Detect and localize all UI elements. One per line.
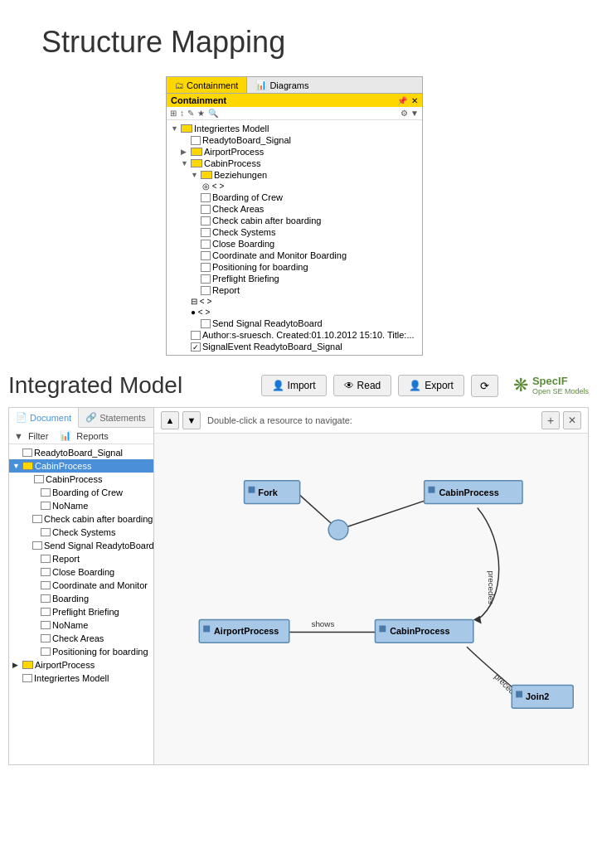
- reports-label[interactable]: Reports: [76, 431, 109, 441]
- tree-item-preflight[interactable]: Preflight Briefing: [169, 273, 420, 284]
- tree-item-send-signal[interactable]: Send Signal ReadytoBoard: [169, 318, 420, 329]
- toolbar-gear-icon[interactable]: ⚙ ▼: [400, 109, 419, 118]
- folder-icon: [191, 159, 202, 167]
- ltree-item-noname2[interactable]: NoName: [9, 618, 153, 632]
- add-resource-button[interactable]: +: [541, 411, 560, 429]
- tree-item-beziehungen[interactable]: ▼ Beziehungen: [169, 169, 420, 181]
- tab-document[interactable]: 📄 Document: [9, 408, 79, 428]
- tree-item-close-boarding[interactable]: Close Boarding: [169, 238, 420, 250]
- tree-item-check-systems[interactable]: Check Systems: [169, 226, 420, 238]
- tree-item-special1[interactable]: ◎ < >: [169, 181, 420, 192]
- integrated-model-title: Integrated Model: [8, 372, 182, 399]
- diagrams-tab[interactable]: 📊 Diagrams: [247, 77, 317, 93]
- ltree-item-report[interactable]: Report: [9, 552, 153, 565]
- tree-item-readytoboard[interactable]: ReadytoBoard_Signal: [169, 134, 420, 146]
- containment-tab[interactable]: 🗂 Containment: [167, 77, 247, 93]
- left-tree: ReadytoBoard_Signal ▼ CabinProcess Cabin…: [9, 444, 153, 686]
- tree-item-special3[interactable]: ● < >: [169, 307, 420, 318]
- ltree-label: NoName: [52, 501, 88, 511]
- filter-icon: ▼: [14, 431, 23, 441]
- ltree-item-boarding-crew[interactable]: Boarding of Crew: [9, 486, 153, 499]
- ltree-doc-icon: [22, 449, 32, 457]
- panel-close-btn[interactable]: ✕: [411, 96, 418, 105]
- toolbar-star-icon[interactable]: ★: [197, 109, 205, 118]
- tree-item-special2[interactable]: ⊟ < >: [169, 296, 420, 307]
- ltree-item-cabinprocess[interactable]: ▼ CabinProcess: [9, 459, 153, 473]
- ltree-item-airportprocess[interactable]: ▶ AirportProcess: [9, 658, 153, 672]
- doc-icon: [191, 331, 201, 340]
- ltree-item-close-boarding[interactable]: Close Boarding: [9, 565, 153, 579]
- statements-tab-icon: 🔗: [85, 412, 97, 423]
- tree-item-check-cabin[interactable]: Check cabin after boarding: [169, 215, 420, 226]
- filter-label[interactable]: Filter: [28, 431, 48, 441]
- document-tab-icon: 📄: [16, 412, 27, 423]
- svg-text:shows: shows: [311, 619, 334, 628]
- ltree-expand-selected: ▼: [12, 462, 21, 470]
- tree-item-check-areas[interactable]: Check Areas: [169, 203, 420, 215]
- expand-icon: ▼: [191, 171, 199, 179]
- ltree-item-coordinate[interactable]: Coordinate and Monitor: [9, 579, 153, 592]
- svg-text:Join2: Join2: [526, 691, 549, 701]
- tree-label: CabinProcess: [204, 158, 260, 168]
- statements-tab-label: Statements: [100, 413, 146, 423]
- doc-icon: [201, 216, 211, 225]
- tree-item-cabinprocess[interactable]: ▼ CabinProcess: [169, 158, 420, 169]
- tree-item-signalevent[interactable]: ✓ SignalEvent ReadytoBoard_Signal: [169, 341, 420, 352]
- expand-icon: ▶: [181, 148, 189, 156]
- tree-label: Close Boarding: [212, 239, 274, 249]
- diagram-svg: Fork CabinProcess precedes AirportProces…: [154, 434, 588, 757]
- read-button[interactable]: 👁 Read: [333, 375, 392, 396]
- nav-up-button[interactable]: ▲: [161, 411, 179, 429]
- ltree-item-send-signal[interactable]: Send Signal ReadytoBoard: [9, 539, 153, 552]
- toolbar-edit-icon[interactable]: ✎: [187, 109, 194, 118]
- tree-item-report[interactable]: Report: [169, 284, 420, 296]
- toolbar-expand-icon[interactable]: ⊞: [170, 109, 177, 118]
- folder-icon: [191, 148, 202, 156]
- toolbar-search-icon[interactable]: 🔍: [208, 109, 218, 118]
- svg-rect-15: [203, 626, 210, 633]
- expand-icon: ▼: [181, 159, 189, 167]
- specif-leaf-icon: ❋: [513, 375, 528, 396]
- diagram-area: Fork CabinProcess precedes AirportProces…: [154, 434, 588, 757]
- ltree-item-boarding[interactable]: Boarding: [9, 592, 153, 605]
- top-panel: 🗂 Containment 📊 Diagrams Containment 📌 ✕…: [166, 76, 423, 356]
- ltree-label: Check Areas: [52, 633, 104, 643]
- tree-item-boarding-crew[interactable]: Boarding of Crew: [169, 192, 420, 203]
- tree-item-coordinate[interactable]: Coordinate and Monitor Boarding: [169, 250, 420, 261]
- tab-statements[interactable]: 🔗 Statements: [79, 408, 153, 427]
- ltree-item-positioning[interactable]: Positioning for boarding: [9, 645, 153, 658]
- doc-icon: [191, 136, 201, 145]
- svg-rect-11: [429, 487, 435, 493]
- checkbox-icon: ✓: [191, 342, 201, 352]
- ltree-folder-icon-selected: [22, 462, 33, 470]
- ltree-label: Boarding: [52, 594, 89, 604]
- tree-label: Check Areas: [212, 204, 264, 214]
- export-button[interactable]: 👤 Export: [398, 375, 464, 396]
- ltree-item-check-cabin[interactable]: Check cabin after boarding: [9, 512, 153, 526]
- tree-item-author[interactable]: Author:s-sruesch. Created:01.10.2012 15:…: [169, 329, 420, 341]
- ltree-item-preflight[interactable]: Preflight Briefing: [9, 605, 153, 618]
- ltree-item-cp[interactable]: CabinProcess: [9, 473, 153, 486]
- toolbar-sort-icon[interactable]: ↕: [180, 109, 184, 118]
- ltree-item-readytoboard[interactable]: ReadytoBoard_Signal: [9, 446, 153, 459]
- tree-item-integriertes[interactable]: ▼ Integriertes Modell: [169, 123, 420, 134]
- tree-item-positioning[interactable]: Positioning for boarding: [169, 261, 420, 273]
- ltree-expand-arrow: ▶: [12, 661, 21, 669]
- ltree-item-noname1[interactable]: NoName: [9, 499, 153, 512]
- ltree-item-check-areas[interactable]: Check Areas: [9, 632, 153, 645]
- folder-icon: [181, 124, 192, 133]
- nav-down-button[interactable]: ▼: [182, 411, 201, 429]
- tree-label: Preflight Briefing: [212, 274, 279, 284]
- close-panel-button[interactable]: ✕: [563, 411, 581, 429]
- ltree-item-integriertes[interactable]: Integriertes Modell: [9, 672, 153, 685]
- sync-button[interactable]: ⟳: [471, 375, 498, 397]
- tree-item-airportprocess[interactable]: ▶ AirportProcess: [169, 146, 420, 158]
- ltree-item-check-systems[interactable]: Check Systems: [9, 526, 153, 539]
- ltree-label: Close Boarding: [52, 567, 114, 577]
- import-button[interactable]: 👤 Import: [261, 375, 327, 396]
- expand-icon: ▼: [171, 124, 179, 133]
- svg-text:Fork: Fork: [258, 487, 278, 497]
- svg-line-1: [338, 500, 429, 531]
- ltree-label-selected: CabinProcess: [35, 461, 91, 471]
- panel-pin-btn[interactable]: 📌: [397, 96, 407, 105]
